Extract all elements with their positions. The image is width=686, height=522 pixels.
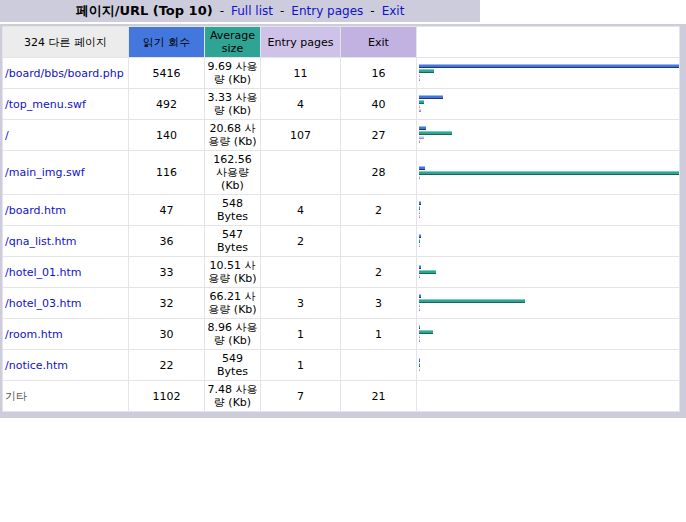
column-header-exit: Exit (341, 27, 417, 58)
exit-bar (419, 176, 420, 179)
exit-count: 27 (341, 120, 417, 151)
entry-bar (419, 368, 420, 371)
entry-bar (419, 244, 420, 247)
average-size: 162.56 사용량 (Kb) (205, 151, 261, 195)
table-row: 기타 1102 7.48 사용량 (Kb) 7 21 (3, 381, 680, 412)
pages-bar (419, 294, 421, 298)
url-link[interactable]: /qna_list.htm (3, 226, 129, 257)
bars-cell (417, 319, 680, 350)
table-body: /board/bbs/board.php 5416 9.69 사용량 (Kb) … (3, 58, 680, 412)
pages-count: 33 (129, 257, 205, 288)
entry-bar (419, 105, 420, 108)
average-size: 10.51 사용량 (Kb) (205, 257, 261, 288)
section-title-bar: 페이지/URL (Top 10) - Full list - Entry pag… (0, 0, 480, 22)
pages-count: 1102 (129, 381, 205, 412)
url-link[interactable]: / (3, 120, 129, 151)
size-bar (419, 100, 424, 104)
exit-bar (419, 140, 420, 143)
url-link[interactable]: /top_menu.swf (3, 89, 129, 120)
exit-count: 28 (341, 151, 417, 195)
bars-cell (417, 120, 680, 151)
column-header-pages: 읽기 회수 (129, 27, 205, 58)
url-link[interactable]: /hotel_01.htm (3, 257, 129, 288)
bars-cell (417, 350, 680, 381)
column-header-size: Average size (205, 27, 261, 58)
entry-count: 1 (261, 350, 341, 381)
exit-count (341, 226, 417, 257)
table-row: /main_img.swf 116 162.56 사용량 (Kb) 28 (3, 151, 680, 195)
url-link[interactable]: /notice.htm (3, 350, 129, 381)
pages-count: 22 (129, 350, 205, 381)
average-size: 3.33 사용량 (Kb) (205, 89, 261, 120)
entry-count: 7 (261, 381, 341, 412)
entry-count (261, 257, 341, 288)
entry-count: 1 (261, 319, 341, 350)
url-link[interactable]: /board/bbs/board.php (3, 58, 129, 89)
table-row: /hotel_01.htm 33 10.51 사용량 (Kb) 2 (3, 257, 680, 288)
exit-count: 2 (341, 195, 417, 226)
average-size: 66.21 사용량 (Kb) (205, 288, 261, 319)
pages-bar (419, 95, 443, 99)
column-header-url: 324 다른 페이지 (3, 27, 129, 58)
table-row: / 140 20.68 사용량 (Kb) 107 27 (3, 120, 680, 151)
exit-link[interactable]: Exit (382, 4, 405, 18)
pages-count: 492 (129, 89, 205, 120)
pages-bar (419, 234, 421, 238)
pages-count: 140 (129, 120, 205, 151)
exit-bar (419, 308, 420, 311)
entry-bar (419, 335, 420, 338)
exit-bar (419, 275, 420, 278)
size-bar (419, 330, 433, 334)
url-link[interactable]: /board.htm (3, 195, 129, 226)
url-link[interactable]: /room.htm (3, 319, 129, 350)
exit-count: 2 (341, 257, 417, 288)
pages-count: 36 (129, 226, 205, 257)
average-size: 548 Bytes (205, 195, 261, 226)
page-title: 페이지/URL (Top 10) (76, 2, 213, 20)
size-bar (419, 69, 434, 73)
bars-cell (417, 151, 680, 195)
column-header-entry-pages: Entry pages (261, 27, 341, 58)
stats-page: 페이지/URL (Top 10) - Full list - Entry pag… (0, 0, 686, 522)
entry-count: 11 (261, 58, 341, 89)
full-list-link[interactable]: Full list (231, 4, 273, 18)
table-row: /qna_list.htm 36 547 Bytes 2 (3, 226, 680, 257)
exit-count: 40 (341, 89, 417, 120)
table-row: /top_menu.swf 492 3.33 사용량 (Kb) 4 40 (3, 89, 680, 120)
table-row: /board.htm 47 548 Bytes 4 2 (3, 195, 680, 226)
pages-count: 30 (129, 319, 205, 350)
exit-count: 1 (341, 319, 417, 350)
table-row: /notice.htm 22 549 Bytes 1 (3, 350, 680, 381)
exit-bar (419, 215, 420, 218)
size-bar (419, 171, 679, 175)
entry-count (261, 151, 341, 195)
pages-bar (419, 358, 420, 362)
average-size: 20.68 사용량 (Kb) (205, 120, 261, 151)
pages-count: 47 (129, 195, 205, 226)
bars-cell (417, 226, 680, 257)
bars-cell (417, 381, 680, 412)
exit-count: 16 (341, 58, 417, 89)
column-header-bars (417, 27, 680, 58)
exit-count: 3 (341, 288, 417, 319)
bars-cell (417, 288, 680, 319)
table-row: /room.htm 30 8.96 사용량 (Kb) 1 1 (3, 319, 680, 350)
pages-url-table: 324 다른 페이지 읽기 회수 Average size Entry page… (2, 26, 680, 412)
bars-cell (417, 58, 680, 89)
pages-bar (419, 64, 679, 68)
average-size: 8.96 사용량 (Kb) (205, 319, 261, 350)
pages-count: 32 (129, 288, 205, 319)
bars-cell (417, 257, 680, 288)
size-bar (419, 363, 420, 367)
table-frame: 324 다른 페이지 읽기 회수 Average size Entry page… (0, 24, 686, 418)
url-link[interactable]: /main_img.swf (3, 151, 129, 195)
size-bar (419, 239, 420, 243)
entry-pages-link[interactable]: Entry pages (291, 4, 363, 18)
title-separator: - (370, 4, 374, 18)
table-row: /board/bbs/board.php 5416 9.69 사용량 (Kb) … (3, 58, 680, 89)
exit-bar (419, 339, 420, 342)
entry-count: 2 (261, 226, 341, 257)
average-size: 9.69 사용량 (Kb) (205, 58, 261, 89)
pages-bar (419, 166, 425, 170)
url-link[interactable]: /hotel_03.htm (3, 288, 129, 319)
